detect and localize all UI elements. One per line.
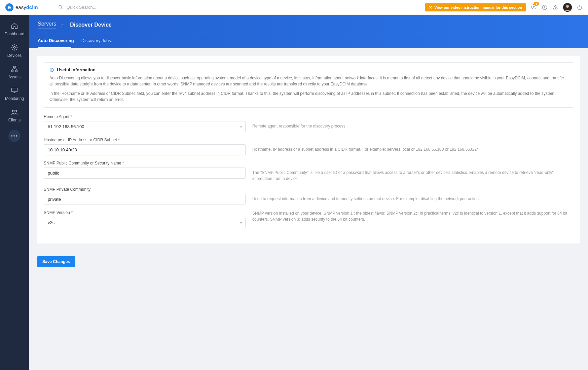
sidebar-item-dashboard[interactable]: Dashboard: [0, 19, 29, 40]
warning-icon[interactable]: [552, 4, 558, 10]
page-header: Servers 〉 Discover Device Auto Discoveri…: [29, 15, 588, 48]
info-paragraph-1: Auto Discovering allows you to discover …: [49, 75, 567, 87]
svg-point-23: [52, 69, 52, 69]
hierarchy-icon: [11, 65, 18, 73]
chevron-down-icon: ▾: [240, 221, 242, 224]
svg-point-12: [13, 46, 15, 48]
sidebar-item-monitoring[interactable]: Monitoring: [0, 83, 29, 104]
hostname-input[interactable]: [44, 144, 246, 155]
power-icon[interactable]: [577, 4, 583, 10]
sidebar-item-clients[interactable]: Clients: [0, 105, 29, 126]
avatar[interactable]: [563, 3, 572, 12]
sidebar-item-assets[interactable]: Assets: [0, 62, 29, 83]
snmp-public-help: The "SNMP Public Community" is like a us…: [252, 161, 573, 182]
useful-information-box: Useful Information Auto Discovering allo…: [44, 62, 573, 108]
hostname-label: Hostname or IP Address or CIDR Subnet *: [44, 138, 246, 142]
header-right: ✕ View our video instruction manual for …: [425, 3, 583, 12]
breadcrumb-current: Discover Device: [70, 22, 112, 28]
svg-point-6: [545, 6, 545, 6]
svg-rect-16: [12, 88, 17, 92]
svg-point-0: [59, 5, 62, 8]
remote-agent-select[interactable]: #1 192.168.56.100 ▾: [44, 121, 246, 132]
field-snmp-version: SNMP Version * v2c ▾ SNMP version instal…: [44, 210, 573, 228]
field-snmp-private: SNMP Private Community Used to request i…: [44, 187, 573, 205]
info-icon: [49, 68, 54, 72]
close-icon[interactable]: ✕: [429, 5, 432, 10]
snmp-version-label: SNMP Version *: [44, 210, 246, 215]
svg-point-20: [15, 110, 16, 112]
hostname-help: Hostname, IP address or a subnet address…: [252, 138, 573, 152]
snmp-private-input[interactable]: [44, 194, 246, 205]
gear-icon: [11, 44, 18, 51]
snmp-version-help: SNMP version installed on your device. S…: [252, 210, 573, 222]
logo-icon: e: [5, 3, 13, 11]
breadcrumb-link-servers[interactable]: Servers: [38, 21, 56, 27]
tab-discovery-jobs[interactable]: Discovery Jobs: [81, 34, 111, 48]
search-input[interactable]: Quick Search...: [58, 5, 97, 10]
snmp-public-input[interactable]: [44, 168, 246, 179]
snmp-public-label: SNMP Public Community or Security Name *: [44, 161, 246, 165]
svg-marker-3: [534, 6, 535, 8]
tab-auto-discovering[interactable]: Auto Discovering: [38, 34, 74, 48]
svg-line-1: [61, 8, 62, 9]
search-placeholder: Quick Search...: [67, 5, 97, 10]
snmp-version-select[interactable]: v2c ▾: [44, 217, 246, 228]
field-remote-agent: Remote Agent * #1 192.168.56.100 ▾ Remot…: [44, 114, 573, 132]
field-snmp-public: SNMP Public Community or Security Name *…: [44, 161, 573, 182]
search-icon: [58, 5, 63, 10]
info-paragraph-2: In the 'Hostname or IP Address or CIDR S…: [49, 90, 567, 103]
video-instruction-banner[interactable]: ✕ View our video instruction manual for …: [425, 3, 526, 11]
snmp-private-help: Used to request information from a devic…: [252, 187, 573, 202]
sidebar-item-devices[interactable]: Devices: [0, 40, 29, 61]
field-hostname: Hostname or IP Address or CIDR Subnet * …: [44, 138, 573, 155]
chevron-down-icon: ▾: [240, 125, 242, 128]
remote-agent-label: Remote Agent *: [44, 114, 246, 119]
svg-rect-14: [12, 70, 13, 72]
monitor-icon: [11, 87, 18, 94]
home-icon: [11, 22, 18, 30]
snmp-private-label: SNMP Private Community: [44, 187, 246, 192]
active-tab-underline: [38, 47, 71, 48]
info-icon[interactable]: [542, 4, 548, 10]
svg-rect-15: [16, 70, 17, 72]
notification-button[interactable]: 1: [531, 4, 537, 11]
footer-bar: Save Changes: [29, 252, 588, 272]
svg-point-10: [566, 5, 569, 8]
chevron-right-icon: 〉: [61, 22, 65, 28]
more-button[interactable]: •••: [8, 130, 21, 142]
tabs: Auto Discovering Discovery Jobs: [38, 34, 579, 48]
logo[interactable]: e easydcim: [5, 3, 38, 11]
breadcrumb: Servers 〉 Discover Device: [38, 21, 579, 34]
svg-point-8: [555, 8, 556, 8]
top-header: e easydcim Quick Search... ✕ View our vi…: [0, 0, 588, 15]
users-icon: [11, 108, 18, 116]
sidebar: Dashboard Devices Assets Monitoring Clie…: [0, 15, 29, 272]
save-button[interactable]: Save Changes: [37, 256, 75, 267]
svg-point-19: [12, 110, 14, 112]
svg-rect-13: [13, 66, 15, 68]
remote-agent-help: Remote agent responsible for the discove…: [252, 114, 573, 129]
main-content: Useful Information Auto Discovering allo…: [29, 48, 588, 252]
form-card: Useful Information Auto Discovering allo…: [37, 56, 580, 244]
notification-badge: 1: [534, 2, 539, 6]
logo-text: easydcim: [15, 4, 38, 10]
info-title: Useful Information: [49, 67, 567, 72]
